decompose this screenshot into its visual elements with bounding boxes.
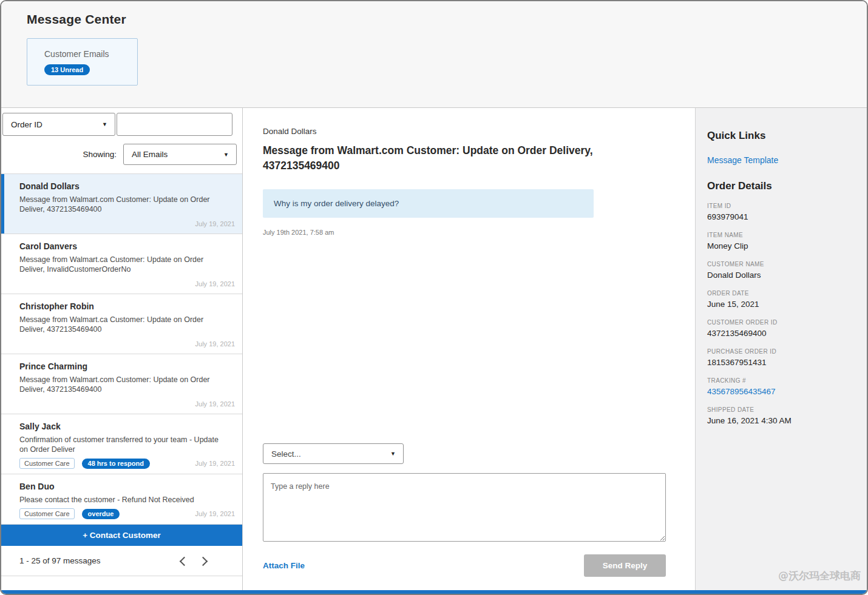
sla-status-badge: 48 hrs to respond xyxy=(82,459,150,469)
message-date: July 19, 2021 xyxy=(195,400,235,408)
thread-subject: Message from Walmart.com Customer: Updat… xyxy=(263,143,639,173)
message-list-item-donald-dollars[interactable]: Donald Dollars Message from Walmart.com … xyxy=(1,174,242,234)
message-template-link[interactable]: Message Template xyxy=(707,155,778,165)
message-date: July 19, 2021 xyxy=(195,280,235,287)
message-list-panel: Order ID ▼ Showing: All Emails ▼ Donald … xyxy=(1,108,243,590)
page-title: Message Center xyxy=(27,12,867,27)
chevron-down-icon: ▼ xyxy=(390,451,396,457)
message-sender-name: Sally Jack xyxy=(19,422,235,431)
customer-emails-label: Customer Emails xyxy=(44,49,137,59)
message-preview: Message from Walmart.ca Customer: Update… xyxy=(19,315,220,334)
detail-customer-name: CUSTOMER NAME Donald Dollars xyxy=(707,261,857,280)
message-timestamp: July 19th 2021, 7:58 am xyxy=(263,229,665,236)
detail-value: June 16, 2021 4:30 AM xyxy=(707,416,857,425)
detail-purchase-order-id: PURCHASE ORDER ID 1815367951431 xyxy=(707,348,857,367)
customer-emails-tab[interactable]: Customer Emails 13 Unread xyxy=(27,38,138,86)
message-date: July 19, 2021 xyxy=(195,340,235,348)
detail-value: June 15, 2021 xyxy=(707,300,857,309)
detail-label: TRACKING # xyxy=(707,377,857,384)
pagination-bar: 1 - 25 of 97 messages xyxy=(1,546,242,576)
detail-tracking-number: TRACKING # 435678956435467 xyxy=(707,377,857,396)
message-preview: Please contact the customer - Refund Not… xyxy=(19,495,220,505)
watermark: @沃尔玛全球电商 xyxy=(778,569,861,583)
detail-label: CUSTOMER NAME xyxy=(707,261,857,267)
message-list-item-prince-charming[interactable]: Prince Charming Message from Walmart.com… xyxy=(1,354,242,414)
reply-template-value: Select... xyxy=(271,449,301,459)
thread-sender-name: Donald Dollars xyxy=(263,127,665,136)
detail-value: 4372135469400 xyxy=(707,329,857,338)
filter-type-select[interactable]: Order ID ▼ xyxy=(2,113,115,136)
detail-order-date: ORDER DATE June 15, 2021 xyxy=(707,290,857,309)
contact-customer-button[interactable]: + Contact Customer xyxy=(1,525,242,546)
message-preview: Message from Walmart.ca Customer: Update… xyxy=(19,255,220,274)
message-sender-name: Carol Danvers xyxy=(19,241,235,251)
chevron-down-icon: ▼ xyxy=(102,122,107,127)
detail-label: ITEM ID xyxy=(707,203,857,209)
detail-value: Donald Dollars xyxy=(707,271,857,280)
detail-label: ORDER DATE xyxy=(707,290,857,297)
detail-shipped-date: SHIPPED DATE June 16, 2021 4:30 AM xyxy=(707,406,857,425)
overdue-status-badge: overdue xyxy=(82,509,120,519)
order-details-panel: Quick Links Message Template Order Detai… xyxy=(695,108,867,590)
next-page-icon[interactable] xyxy=(200,557,207,565)
message-list-item-ben-duo[interactable]: Ben Duo Please contact the customer - Re… xyxy=(1,474,242,525)
filter-area: Order ID ▼ Showing: All Emails ▼ xyxy=(1,108,242,173)
reply-compose-area: Select... ▼ Attach File Send Reply xyxy=(263,443,666,577)
reply-textarea[interactable] xyxy=(263,473,666,542)
customer-care-tag: Customer Care xyxy=(19,508,75,519)
page-header: Message Center Customer Emails 13 Unread xyxy=(1,1,867,108)
message-date: July 19, 2021 xyxy=(195,460,235,467)
detail-item-id: ITEM ID 693979041 xyxy=(707,203,857,221)
reply-template-select[interactable]: Select... ▼ xyxy=(263,443,404,464)
chevron-down-icon: ▼ xyxy=(223,152,229,158)
message-sender-name: Ben Duo xyxy=(19,482,235,491)
message-sender-name: Donald Dollars xyxy=(19,181,235,191)
bottom-accent-bar xyxy=(1,590,867,594)
tracking-number-link[interactable]: 435678956435467 xyxy=(707,387,857,396)
message-count: 1 - 25 of 97 messages xyxy=(19,556,101,565)
detail-label: ITEM NAME xyxy=(707,232,857,238)
unread-count-badge: 13 Unread xyxy=(44,64,90,75)
message-sender-name: Prince Charming xyxy=(19,361,235,371)
detail-customer-order-id: CUSTOMER ORDER ID 4372135469400 xyxy=(707,319,857,338)
message-preview: Confirmation of customer transferred to … xyxy=(19,435,220,454)
detail-item-name: ITEM NAME Money Clip xyxy=(707,232,857,250)
message-preview: Message from Walmart.com Customer: Updat… xyxy=(19,195,220,214)
thread-panel: Donald Dollars Message from Walmart.com … xyxy=(243,108,695,590)
showing-filter-select[interactable]: All Emails ▼ xyxy=(123,144,237,165)
detail-label: SHIPPED DATE xyxy=(707,406,857,413)
previous-page-icon[interactable] xyxy=(179,557,186,565)
order-details-title: Order Details xyxy=(707,180,857,192)
message-list-item-carol-danvers[interactable]: Carol Danvers Message from Walmart.ca Cu… xyxy=(1,234,242,294)
detail-value: 1815367951431 xyxy=(707,358,857,367)
quick-links-title: Quick Links xyxy=(707,130,857,142)
customer-message-text: Why is my order delivery delayed? xyxy=(274,199,399,208)
detail-value: 693979041 xyxy=(707,212,857,221)
message-list-item-sally-jack[interactable]: Sally Jack Confirmation of customer tran… xyxy=(1,414,242,474)
showing-filter-value: All Emails xyxy=(132,150,168,159)
attach-file-link[interactable]: Attach File xyxy=(263,561,305,570)
content-area: Order ID ▼ Showing: All Emails ▼ Donald … xyxy=(1,108,867,590)
message-date: July 19, 2021 xyxy=(195,510,235,517)
list-panel-filler xyxy=(1,576,242,590)
detail-value: Money Clip xyxy=(707,241,857,250)
message-date: July 19, 2021 xyxy=(195,220,235,227)
message-center-window: Message Center Customer Emails 13 Unread… xyxy=(0,0,868,595)
message-preview: Message from Walmart.com Customer: Updat… xyxy=(19,375,220,394)
detail-label: CUSTOMER ORDER ID xyxy=(707,319,857,326)
customer-care-tag: Customer Care xyxy=(19,458,75,469)
message-list: Donald Dollars Message from Walmart.com … xyxy=(1,173,242,525)
message-sender-name: Christopher Robin xyxy=(19,301,235,311)
message-list-item-christopher-robin[interactable]: Christopher Robin Message from Walmart.c… xyxy=(1,294,242,354)
detail-label: PURCHASE ORDER ID xyxy=(707,348,857,355)
send-reply-button[interactable]: Send Reply xyxy=(584,554,666,577)
customer-message-bubble: Why is my order delivery delayed? xyxy=(263,189,594,218)
filter-type-value: Order ID xyxy=(11,120,42,129)
order-id-search-input[interactable] xyxy=(117,113,232,136)
showing-label: Showing: xyxy=(83,150,117,159)
